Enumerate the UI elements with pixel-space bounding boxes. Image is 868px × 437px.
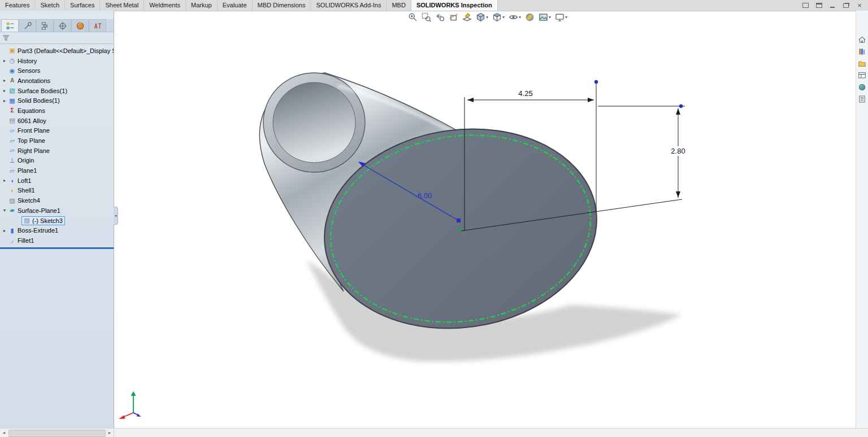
design-library-icon[interactable] xyxy=(857,46,867,56)
tree-item-boss-extrude1[interactable]: Boss-Extrude1 xyxy=(0,225,114,235)
tube-end-opening[interactable] xyxy=(273,82,355,163)
zoom-to-area-icon[interactable] xyxy=(420,12,432,23)
tree-item-history[interactable]: History xyxy=(0,56,114,66)
previous-view-icon[interactable] xyxy=(434,12,446,23)
chevron-down-icon: ▾ xyxy=(519,15,521,20)
surface-plane-icon xyxy=(8,207,16,215)
pane-layout-alt-icon[interactable] xyxy=(815,2,823,10)
ribbon-tab-markup[interactable]: Markup xyxy=(186,0,218,11)
dimension-width: 4.25 xyxy=(467,89,594,102)
apply-scene-icon[interactable]: ▾ xyxy=(537,12,552,23)
inspectionmanager-tab[interactable] xyxy=(89,19,106,32)
scroll-left-icon[interactable]: ◄ xyxy=(0,429,8,437)
tree-item-plane1[interactable]: Plane1 xyxy=(0,165,114,176)
ribbon-tab-evaluate[interactable]: Evaluate xyxy=(218,0,253,11)
expand-arrow-icon[interactable] xyxy=(1,98,8,103)
tree-item-solid-bodies[interactable]: Solid Bodies(1) xyxy=(0,95,114,106)
custom-properties-icon[interactable] xyxy=(857,94,867,104)
sketch-icon xyxy=(23,217,31,225)
dimension-height-label[interactable]: 2.80 xyxy=(671,147,685,155)
equations-icon xyxy=(8,107,16,115)
zoom-to-fit-icon[interactable] xyxy=(407,12,419,23)
dimension-width-label[interactable]: 4.25 xyxy=(518,89,532,98)
displaymanager-tab[interactable] xyxy=(71,19,89,32)
dynamic-annotation-views-icon[interactable] xyxy=(461,12,473,23)
minimize-icon[interactable] xyxy=(828,2,836,10)
ribbon-tab-features[interactable]: Features xyxy=(0,0,35,11)
tree-item-sketch3[interactable]: (-) Sketch3 xyxy=(0,216,114,226)
view-orientation-icon[interactable]: ▾ xyxy=(475,12,489,23)
tree-item-right-plane[interactable]: Right Plane xyxy=(0,146,114,156)
tree-item-fillet1[interactable]: Fillet1 xyxy=(0,235,114,246)
panel-horizontal-scrollbar[interactable]: ◄ ► xyxy=(0,429,114,437)
ribbon-tab-surfaces[interactable]: Surfaces xyxy=(65,0,100,11)
material-icon xyxy=(8,117,16,125)
ribbon-tab-mbd-dimensions[interactable]: MBD Dimensions xyxy=(253,0,311,11)
tree-item-loft1[interactable]: Loft1 xyxy=(0,176,114,186)
appearances-scenes-icon[interactable] xyxy=(857,82,867,92)
graphics-area[interactable]: 4.25 2.80 6.00 xyxy=(114,11,856,429)
collapse-arrow-icon[interactable] xyxy=(1,208,8,213)
ribbon-tab-solidworks-add-ins[interactable]: SOLIDWORKS Add-Ins xyxy=(311,0,387,11)
plane-icon xyxy=(8,147,16,155)
tree-root-label: Part3 (Default<<Default>_Display State 1… xyxy=(16,47,114,54)
tree-item-material[interactable]: 6061 Alloy xyxy=(0,116,114,126)
ribbon-tab-solidworks-inspection[interactable]: SOLIDWORKS Inspection xyxy=(411,0,498,11)
surface-bodies-folder-icon xyxy=(8,87,16,95)
tree-item-top-plane[interactable]: Top Plane xyxy=(0,136,114,146)
sketch-vertex-point[interactable] xyxy=(679,104,683,108)
expand-arrow-icon[interactable] xyxy=(1,88,8,93)
close-icon[interactable]: × xyxy=(856,2,863,10)
tree-item-surface-plane1[interactable]: Surface-Plane1 xyxy=(0,206,114,216)
solid-bodies-folder-icon xyxy=(8,97,16,104)
window-controls: × xyxy=(797,0,868,11)
chevron-down-icon: ▾ xyxy=(549,15,551,20)
expand-arrow-icon[interactable] xyxy=(1,58,8,63)
tree-root[interactable]: Part3 (Default<<Default>_Display State 1… xyxy=(0,46,114,56)
scrollbar-thumb[interactable] xyxy=(8,430,106,437)
view-settings-icon[interactable]: ▾ xyxy=(554,12,568,23)
featuremanager-tab[interactable] xyxy=(1,19,19,32)
expand-arrow-icon[interactable] xyxy=(1,228,8,233)
dimension-grip[interactable] xyxy=(457,218,461,222)
annotations-icon xyxy=(8,77,16,85)
tree-item-equations[interactable]: Equations xyxy=(0,106,114,116)
section-view-icon[interactable] xyxy=(448,12,459,23)
ribbon-tab-mbd[interactable]: MBD xyxy=(387,0,411,11)
file-explorer-icon[interactable] xyxy=(857,58,867,68)
tree-item-sensors[interactable]: Sensors xyxy=(0,65,114,76)
task-pane-strip xyxy=(856,11,868,429)
manager-tab-strip xyxy=(0,19,114,32)
pane-layout-icon[interactable] xyxy=(801,2,809,10)
expand-arrow-icon[interactable] xyxy=(1,78,8,83)
dimension-radius-label[interactable]: 6.00 xyxy=(418,191,432,200)
tree-item-annotations[interactable]: Annotations xyxy=(0,76,114,86)
ribbon-tab-sketch[interactable]: Sketch xyxy=(35,0,65,11)
panel-splitter-handle[interactable]: ◂ xyxy=(114,207,118,225)
edit-appearance-icon[interactable] xyxy=(524,12,536,23)
view-palette-icon[interactable] xyxy=(857,70,867,80)
hide-show-items-icon[interactable]: ▾ xyxy=(507,12,522,23)
sketch-vertex-point[interactable] xyxy=(594,80,598,84)
display-style-icon[interactable]: ▾ xyxy=(491,12,506,23)
tree-item-surface-bodies[interactable]: Surface Bodies(1) xyxy=(0,86,114,96)
ribbon-tab-weldments[interactable]: Weldments xyxy=(144,0,186,11)
filter-icon[interactable] xyxy=(2,34,10,42)
tree-item-origin[interactable]: Origin xyxy=(0,156,114,166)
sketch-icon xyxy=(8,196,16,204)
part-icon xyxy=(8,47,16,55)
tree-item-shell1[interactable]: Shell1 xyxy=(0,186,114,196)
propertymanager-tab[interactable] xyxy=(19,19,36,32)
rollback-bar[interactable] xyxy=(0,247,114,249)
tree-item-front-plane[interactable]: Front Plane xyxy=(0,126,114,136)
ribbon-tab-sheet-metal[interactable]: Sheet Metal xyxy=(100,0,144,11)
restore-icon[interactable] xyxy=(842,2,850,10)
sketch-center-point[interactable] xyxy=(458,228,461,231)
scroll-right-icon[interactable]: ► xyxy=(106,429,114,437)
solidworks-resources-icon[interactable] xyxy=(857,34,867,45)
expand-arrow-icon[interactable] xyxy=(1,178,8,183)
configurationmanager-tab[interactable] xyxy=(36,19,54,32)
dimxpertmanager-tab[interactable] xyxy=(54,19,71,32)
tree-item-sketch4[interactable]: Sketch4 xyxy=(0,195,114,206)
loft-icon xyxy=(8,177,16,185)
